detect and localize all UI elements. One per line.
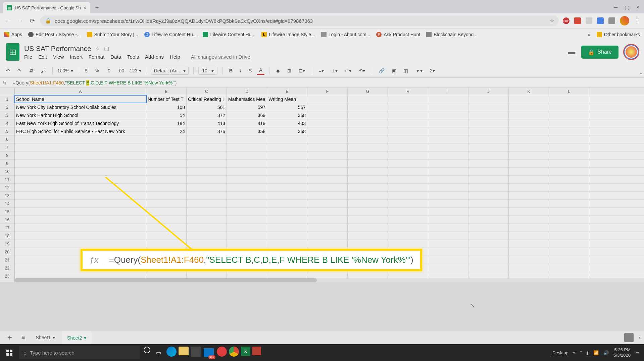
vivaldi-icon[interactable] [217,347,227,357]
number-format-select[interactable]: 123▾ [130,68,141,73]
cell[interactable] [428,240,468,248]
notifications-icon[interactable]: ▭ [635,350,639,355]
spreadsheet-grid[interactable]: A B C D E F G H I J K L 1 School Name Nu… [0,88,644,282]
cell[interactable] [509,264,549,272]
cell[interactable] [468,176,509,183]
battery-icon[interactable]: ▮ [586,350,589,355]
cell[interactable] [348,135,388,143]
sheet-tab-active[interactable]: Sheet2▾ [62,331,92,344]
cell[interactable] [146,200,187,207]
cell[interactable] [307,135,348,143]
horizontal-scrollbar[interactable] [15,278,644,282]
cell[interactable] [307,216,348,224]
cell[interactable]: 413 [187,119,227,127]
cell[interactable] [267,224,307,232]
cell[interactable] [388,135,428,143]
cell[interactable] [509,143,549,151]
ext-icon-4[interactable] [597,17,604,24]
cell[interactable] [348,200,388,207]
cell[interactable] [187,160,227,167]
cell[interactable] [15,168,146,175]
overflow-icon[interactable]: » [573,350,576,355]
cell[interactable] [15,200,146,207]
bookmark-item[interactable]: PAsk Product Hunt [376,32,420,37]
bookmark-overflow[interactable]: » [588,32,591,37]
cell[interactable] [227,192,267,199]
cell[interactable] [227,240,267,248]
italic-icon[interactable]: I [238,67,243,75]
cell[interactable] [549,184,589,191]
cell[interactable] [388,240,428,248]
cell[interactable] [388,95,428,103]
cell[interactable]: Writing Mean [267,95,307,103]
cell[interactable] [549,160,589,167]
document-title[interactable]: US SAT Performance [24,45,91,53]
cell[interactable]: 358 [227,127,267,135]
menu-edit[interactable]: Edit [38,54,47,60]
ext-icon-5[interactable] [608,17,615,24]
decimal-dec-icon[interactable]: .0 [104,67,112,75]
cell[interactable]: East New York High School of Transit Tec… [15,119,146,127]
task-view-icon[interactable]: ▭ [152,347,164,359]
cell[interactable] [428,111,468,119]
cell[interactable] [428,216,468,224]
cell[interactable] [468,184,509,191]
menu-tools[interactable]: Tools [127,54,139,60]
cell[interactable] [509,248,549,256]
cell[interactable] [146,184,187,191]
cell[interactable] [388,184,428,191]
cell[interactable] [146,240,187,248]
strike-icon[interactable]: S [247,67,254,75]
cell[interactable] [187,135,227,143]
new-tab-button[interactable]: + [92,3,102,12]
cell[interactable] [267,232,307,240]
cell[interactable] [468,168,509,175]
mail-icon[interactable]: 99+ [203,347,215,359]
chrome-icon[interactable] [229,347,239,357]
cell[interactable] [15,208,146,216]
cell[interactable]: Critical Reading I [187,95,227,103]
bookmark-item[interactable]: GLifewire Content Hu... [144,32,197,37]
reload-icon[interactable]: ⟳ [28,17,36,25]
cell[interactable] [468,264,509,272]
bookmark-item[interactable]: Submit Your Story |... [87,32,138,37]
cell[interactable] [549,95,589,103]
cell[interactable] [15,160,146,167]
volume-icon[interactable]: 🔊 [603,350,609,355]
row-header[interactable]: 21 [0,256,15,264]
cell[interactable] [146,192,187,199]
percent-icon[interactable]: % [93,67,101,75]
cell[interactable] [348,232,388,240]
cell[interactable] [348,240,388,248]
cell[interactable] [146,135,187,143]
select-all-corner[interactable] [0,88,15,95]
cell[interactable] [549,143,589,151]
cell[interactable] [187,208,227,216]
row-header[interactable]: 19 [0,240,15,248]
cell[interactable] [227,135,267,143]
wifi-icon[interactable]: 📶 [593,350,599,355]
menu-format[interactable]: Format [89,54,105,60]
cell[interactable] [267,208,307,216]
cell[interactable] [187,232,227,240]
menu-file[interactable]: File [24,54,32,60]
cell[interactable] [187,168,227,175]
cell[interactable] [428,176,468,183]
cell[interactable] [187,216,227,224]
cell[interactable] [227,143,267,151]
cell[interactable] [549,208,589,216]
cell[interactable] [15,143,146,151]
cell[interactable] [428,232,468,240]
cell[interactable] [227,160,267,167]
cell[interactable] [549,111,589,119]
cell[interactable] [468,127,509,135]
cell[interactable]: 372 [187,111,227,119]
star-icon[interactable]: ☆ [95,45,100,52]
other-bookmarks[interactable]: Other bookmarks [597,32,640,37]
cell[interactable] [187,240,227,248]
cell[interactable] [428,127,468,135]
cell[interactable] [187,184,227,191]
close-tab-icon[interactable]: × [84,5,86,10]
cell[interactable] [15,224,146,232]
menu-view[interactable]: View [53,54,64,60]
